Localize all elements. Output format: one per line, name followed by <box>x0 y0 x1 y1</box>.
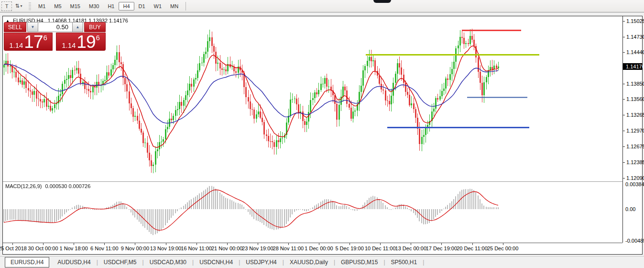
timeframe-M5[interactable]: M5 <box>50 2 65 11</box>
volume-decrease-button[interactable]: ▼ <box>27 22 38 32</box>
ask-pip-digit: 6 <box>96 34 100 41</box>
tab-USDCNH-H4[interactable]: USDCNH,H4 <box>194 257 238 267</box>
bid-pip-digit: 6 <box>44 34 47 41</box>
tab-AUDUSD-H4[interactable]: AUDUSD,H4 <box>52 257 96 267</box>
text-cursor-tool-icon[interactable]: T <box>1 1 12 11</box>
macd-title: MACD(12,26,9) <box>5 183 42 189</box>
time-tick-label: 30 Oct 00:00 <box>28 246 58 251</box>
ask-prefix: 1.14 <box>62 42 76 49</box>
timeframe-W1[interactable]: W1 <box>150 2 166 11</box>
sell-button-label: SELL <box>8 24 22 31</box>
price-tick-label: 1.12385 <box>626 159 644 165</box>
time-axis[interactable]: 25 Oct 201830 Oct 00:001 Nov 18:006 Nov … <box>3 243 622 254</box>
scale-arrows-dropdown-button[interactable]: ⇅ ▾ <box>13 1 24 11</box>
trading-terminal: { "icons": { "text_tool": "T", "scale_to… <box>0 0 644 268</box>
top-toolbar: T ⇅ ▾ M1M5M15M30H1H4D1W1MN <box>0 0 644 12</box>
time-tick-mark <box>503 243 503 245</box>
tab-separator: | <box>239 259 240 266</box>
ask-big-digits: 19 <box>76 35 95 49</box>
tab-GBPUSD-M15[interactable]: GBPUSD,M15 <box>336 257 383 267</box>
spin-down-icon: ▼ <box>31 25 35 29</box>
time-tick-label: 5 Dec 19:00 <box>335 246 363 251</box>
price-tick-label: 1.14730 <box>626 34 644 40</box>
time-tick-mark <box>227 243 228 245</box>
chart-tabs-bar: EURUSD,H4AUDUSD,H4|USDCHF,M5|USDCAD,M30|… <box>0 256 644 268</box>
tab-XAUUSD-Daily[interactable]: XAUUSD,Daily <box>284 257 333 267</box>
tab-separator: | <box>423 259 424 266</box>
time-tick-mark <box>196 243 197 245</box>
current-price-tag: 1.14176 <box>623 63 643 70</box>
spin-up-icon: ▲ <box>76 25 80 29</box>
time-tick-label: 6 Nov 11:00 <box>90 246 119 251</box>
time-tick-mark <box>349 243 350 245</box>
ask-price-button[interactable]: 1.14 19 6 <box>56 33 106 51</box>
time-tick-label: 1 Dec 00:00 <box>305 246 333 251</box>
toolbar-grip[interactable] <box>29 2 31 10</box>
tab-separator: | <box>334 259 335 266</box>
time-tick-mark <box>319 243 319 245</box>
price-tick-label: 1.15025 <box>626 18 644 24</box>
timeframe-button-group: M1M5M15M30H1H4D1W1MN <box>34 2 183 11</box>
bid-price-button[interactable]: 1.14 17 6 <box>4 33 53 51</box>
time-tick-mark <box>258 243 258 245</box>
price-tick-label: 1.14440 <box>626 49 644 55</box>
time-tick-label: 16 Nov 11:00 <box>181 246 212 251</box>
macd-tick-label: 0.003847 <box>625 181 644 187</box>
price-tick-label: 1.12090 <box>626 175 644 181</box>
tab-separator: | <box>142 259 144 266</box>
chart-window: ▲ EURUSD,H4 1.14068 1.14181 1.13932 1.14… <box>2 16 643 255</box>
toolbar-separator <box>186 2 186 11</box>
time-tick-label: 1 Nov 18:00 <box>60 246 88 251</box>
timeframe-H4[interactable]: H4 <box>119 2 134 11</box>
time-tick-label: 28 Nov 11:00 <box>273 246 304 251</box>
dropdown-caret-icon: ▾ <box>21 4 22 8</box>
sell-button[interactable]: SELL <box>4 22 26 32</box>
volume-increase-button[interactable]: ▲ <box>72 22 83 32</box>
timeframe-D1[interactable]: D1 <box>134 2 150 11</box>
time-tick-mark <box>104 243 105 245</box>
time-tick-mark <box>43 243 44 245</box>
time-tick-mark <box>166 243 166 245</box>
time-tick-mark <box>288 243 289 245</box>
time-tick-mark <box>441 243 442 245</box>
tab-USDCHF-M5[interactable]: USDCHF,M5 <box>98 257 142 267</box>
macd-tick-label: -0.004856 <box>625 238 644 244</box>
time-tick-label: 20 Dec 11:00 <box>457 246 488 251</box>
tab-separator: | <box>97 259 98 266</box>
price-tick-label: 1.13265 <box>626 112 644 118</box>
one-click-trade-panel: SELL ▼ ▲ BUY 1.14 17 6 1.14 19 6 <box>4 22 109 51</box>
price-tick-label: 1.12970 <box>626 128 644 134</box>
price-tick-label: 1.13560 <box>626 96 644 102</box>
buy-button-label: BUY <box>89 24 101 31</box>
timeframe-M1[interactable]: M1 <box>34 2 50 11</box>
tab-SP500-H1[interactable]: SP500,H1 <box>386 257 423 267</box>
time-tick-label: 25 Dec 00:00 <box>487 246 518 251</box>
scale-arrows-icon: ⇅ <box>15 3 19 9</box>
tab-EURUSD-H4[interactable]: EURUSD,H4 <box>5 257 49 268</box>
time-tick-mark <box>135 243 135 245</box>
volume-input[interactable] <box>38 22 72 32</box>
time-tick-mark <box>411 243 411 245</box>
timeframe-M15[interactable]: M15 <box>66 2 85 11</box>
timeframe-MN[interactable]: MN <box>166 2 183 11</box>
tab-separator: | <box>192 259 194 266</box>
timeframe-H1[interactable]: H1 <box>103 2 119 11</box>
tab-separator: | <box>383 259 385 266</box>
time-tick-label: 23 Nov 19:00 <box>242 246 273 251</box>
time-tick-mark <box>472 243 473 245</box>
price-axis[interactable]: 1.14176 1.150251.147301.144401.138501.13… <box>622 16 642 243</box>
buy-button[interactable]: BUY <box>84 22 106 32</box>
tab-USDJPY-H4[interactable]: USDJPY,H4 <box>240 257 282 267</box>
tab-USDCAD-M30[interactable]: USDCAD,M30 <box>144 257 192 267</box>
screen-notch-artifact <box>373 0 391 3</box>
timeframe-M30[interactable]: M30 <box>85 2 103 11</box>
macd-current-values: 0.000530 0.000726 <box>45 183 90 189</box>
time-tick-label: 9 Nov 00:00 <box>121 246 149 251</box>
price-tick-label: 1.12675 <box>626 144 644 149</box>
time-tick-mark <box>12 243 13 245</box>
price-tick-label: 1.13850 <box>626 81 644 87</box>
time-tick-label: 17 Dec 19:00 <box>426 246 457 251</box>
macd-indicator-label: MACD(12,26,9) 0.000530 0.000726 <box>5 183 92 189</box>
time-tick-label: 25 Oct 2018 <box>0 246 27 251</box>
tab-separator: | <box>283 259 284 266</box>
